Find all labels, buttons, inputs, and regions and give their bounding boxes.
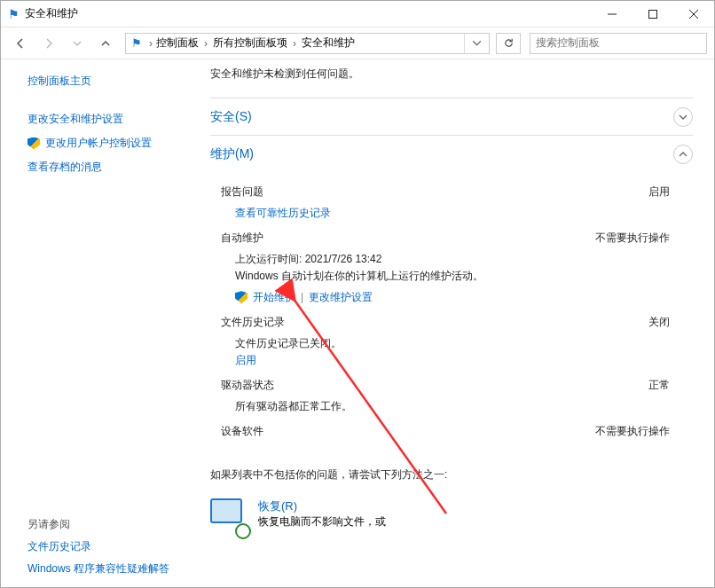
minimize-button[interactable] — [592, 1, 632, 27]
item-value: 正常 — [648, 378, 670, 393]
try-text: 如果列表中不包括你的问题，请尝试下列方法之一: — [210, 467, 693, 482]
start-maintenance-link[interactable]: 开始维护 — [253, 289, 295, 306]
item-label: 设备软件 — [221, 424, 263, 439]
separator: | — [301, 289, 303, 306]
item-value: 不需要执行操作 — [595, 231, 670, 246]
chevron-right-icon: › — [147, 37, 154, 50]
shield-icon — [28, 137, 40, 150]
search-placeholder: 搜索控制面板 — [536, 35, 600, 51]
drive-sub: 所有驱动器都正常工作。 — [235, 398, 693, 415]
back-button[interactable] — [8, 31, 33, 56]
sidebar-link[interactable]: 更改用户帐户控制设置 — [45, 136, 152, 151]
breadcrumb[interactable]: 所有控制面板项 — [211, 35, 289, 51]
close-button[interactable] — [673, 1, 714, 27]
item-value: 关闭 — [648, 315, 670, 330]
file-history-sub: 文件历史记录已关闭。 — [235, 335, 693, 352]
breadcrumb[interactable]: 安全和维护 — [300, 35, 357, 51]
sidebar-link[interactable]: 更改安全和维护设置 — [28, 112, 189, 127]
see-also-link[interactable]: Windows 程序兼容性疑难解答 — [28, 561, 189, 576]
breadcrumb[interactable]: 控制面板 — [154, 35, 200, 51]
see-also-link[interactable]: 文件历史记录 — [28, 539, 189, 554]
section-title: 维护(M) — [210, 146, 254, 162]
status-text: 安全和维护未检测到任何问题。 — [210, 67, 693, 82]
reliability-history-link[interactable]: 查看可靠性历史记录 — [235, 207, 331, 219]
svg-rect-1 — [649, 10, 657, 18]
maintenance-section-header[interactable]: 维护(M) — [210, 135, 693, 172]
item-value: 不需要执行操作 — [595, 424, 670, 439]
refresh-button[interactable] — [496, 33, 521, 54]
see-also-heading: 另请参阅 — [28, 517, 189, 532]
item-value: 启用 — [648, 184, 670, 200]
recovery-desc: 恢复电脑而不影响文件，或 — [258, 514, 386, 529]
maximize-button[interactable] — [632, 1, 673, 27]
shield-icon — [235, 291, 248, 303]
flag-icon: ⚑ — [8, 7, 20, 21]
history-down-button[interactable] — [65, 31, 90, 56]
sidebar-link[interactable]: 查看存档的消息 — [28, 160, 189, 175]
chevron-right-icon: › — [291, 37, 298, 50]
auto-maint-desc: Windows 自动计划在你的计算机上运行的维护活动。 — [235, 268, 693, 285]
control-panel-home-link[interactable]: 控制面板主页 — [28, 74, 189, 89]
address-bar[interactable]: ⚑ › 控制面板 › 所有控制面板项 › 安全和维护 — [125, 33, 490, 54]
item-label: 自动维护 — [221, 231, 263, 246]
last-run-text: 上次运行时间: 2021/7/26 13:42 — [235, 251, 693, 268]
search-input[interactable]: 搜索控制面板 — [530, 33, 707, 54]
flag-icon: ⚑ — [126, 36, 147, 50]
recovery-icon — [210, 498, 246, 534]
enable-file-history-link[interactable]: 启用 — [235, 354, 256, 366]
forward-button[interactable] — [36, 31, 61, 56]
recovery-link[interactable]: 恢复(R) — [258, 498, 386, 514]
item-label: 驱动器状态 — [221, 378, 274, 393]
section-title: 安全(S) — [210, 109, 252, 125]
address-dropdown-button[interactable] — [464, 34, 489, 53]
item-label: 文件历史记录 — [221, 315, 285, 330]
up-button[interactable] — [93, 31, 118, 56]
chevron-right-icon: › — [202, 37, 209, 50]
security-section-header[interactable]: 安全(S) — [210, 98, 693, 135]
chevron-down-icon[interactable] — [673, 107, 693, 127]
window-title: 安全和维护 — [25, 6, 592, 21]
chevron-up-icon[interactable] — [673, 145, 693, 164]
change-maintenance-settings-link[interactable]: 更改维护设置 — [309, 289, 373, 306]
item-label: 报告问题 — [221, 184, 263, 200]
